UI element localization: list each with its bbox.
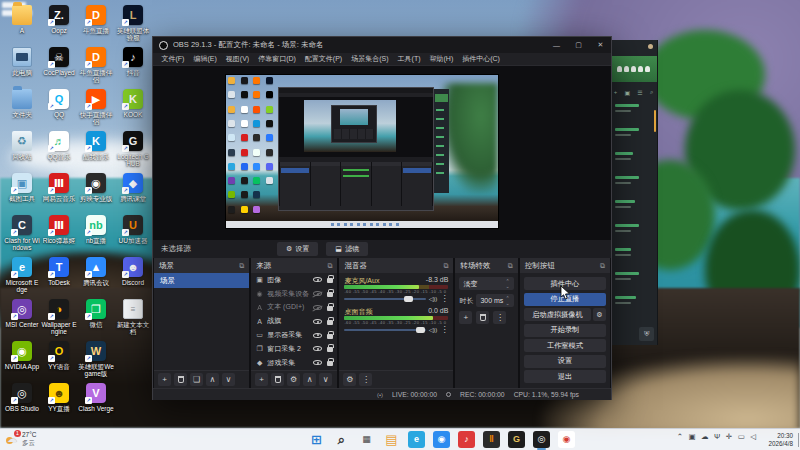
desktop-icon[interactable]: ❐ 微信 [78,299,114,328]
add-scene-button[interactable]: + [158,373,171,386]
app-blue[interactable]: ◉ [433,431,450,448]
scrollbar[interactable] [654,110,656,132]
taskbar-clock[interactable]: 20:30 2026/4/8 [768,432,793,448]
sources-header[interactable]: 来源⧉ [251,258,337,273]
desktop-icon[interactable]: U UU加速器 [115,215,151,244]
mixer-menu-button[interactable]: ⋮ [359,373,372,386]
source-row[interactable]: ❐ 窗口采集 2 [251,342,337,356]
visibility-eye-icon[interactable] [313,291,322,296]
friends-list-window[interactable]: +▣☰⌕ ⛨ [610,40,658,345]
lock-icon[interactable] [327,334,333,339]
desktop-icon[interactable]: e Microsoft Edge [4,257,40,293]
scene-up-button[interactable]: ∧ [206,373,219,386]
minimize-button[interactable]: — [548,38,565,52]
scene-filters-button[interactable]: ❏ [190,373,203,386]
obs-studio[interactable]: ◎ [533,431,550,448]
menu-item[interactable]: 场景集合(S) [347,54,393,64]
shield-icon[interactable]: ⛨ [639,327,654,341]
source-down-button[interactable]: ∨ [319,373,332,386]
desktop-icon[interactable]: Ⅲ 网易云音乐 [41,173,77,202]
desktop-icon[interactable]: ≡ 新建文本文档 [115,299,151,335]
duration-input[interactable]: 300 ms⌃⌄ [476,294,513,307]
transition-menu-button[interactable]: ⋮ [493,311,506,324]
visibility-eye-icon[interactable] [313,346,322,351]
desktop-volume-slider[interactable] [344,326,425,334]
tray-chevron-icon[interactable]: ⌃ [677,432,683,441]
desktop-icon[interactable]: K KOOK [115,89,151,118]
desktop-icon[interactable]: V Clash Verge [78,383,114,412]
volume-icon[interactable]: ◁ [750,432,756,441]
lock-icon[interactable] [327,306,333,311]
source-row[interactable]: A 战旗 [251,314,337,328]
advanced-audio-button[interactable]: ⚙ [343,373,356,386]
obs-titlebar[interactable]: OBS 29.1.3 - 配置文件: 未命名 - 场景: 未命名 — ▢ ✕ [153,37,611,53]
menu-item[interactable]: 工具(T) [393,54,425,64]
source-row[interactable]: ▣ 图像 [251,273,337,287]
menu-item[interactable]: 编辑(E) [189,54,221,64]
spinner-icon[interactable]: ⌃⌄ [506,279,510,289]
netease-music[interactable]: ♪ [458,431,475,448]
scenes-header[interactable]: 场景⧉ [154,258,249,273]
source-filters-button[interactable]: ⬓滤镜 [326,242,368,256]
search-button[interactable]: ⌕ [333,431,350,448]
desktop-icon[interactable]: ♪ 抖音 [115,47,151,76]
ghub[interactable]: G [508,431,525,448]
file-explorer-button[interactable]: ▤ [383,431,400,448]
remove-scene-button[interactable] [174,373,187,386]
mic-volume-slider[interactable] [344,295,425,303]
desktop-icon[interactable]: ◆ 腾讯课堂 [115,173,151,202]
desktop-icon[interactable]: D 斗鱼直播 [78,5,114,34]
menu-item[interactable]: 配置文件(P) [300,54,346,64]
lock-icon[interactable] [327,278,333,283]
scene-down-button[interactable]: ∨ [222,373,235,386]
visibility-eye-icon[interactable] [313,277,322,282]
desktop-icon[interactable]: nb nb直播 [78,215,114,244]
popout-icon[interactable]: ⧉ [508,262,513,270]
remove-source-button[interactable] [271,373,284,386]
menu-item[interactable]: 视图(V) [221,54,253,64]
edge-browser[interactable]: e [408,431,425,448]
desktop-icon[interactable]: ▣ 截图工具 [4,173,40,202]
kebab-menu-icon[interactable]: ⋮ [440,325,448,334]
speaker-icon[interactable]: ◁)) [429,326,438,333]
desktop-icon[interactable]: W 英雄联盟Wegame版 [78,341,114,377]
task-view-button[interactable]: ▦ [358,431,375,448]
desktop-icon[interactable]: T ToDesk [41,257,77,286]
desktop-icon[interactable]: ☠ CocPlayed [41,47,77,76]
menu-item[interactable]: 停靠窗口(D) [254,54,301,64]
desktop-icon[interactable]: ◑ Wallpaper Engine [41,299,77,335]
desktop-icon[interactable]: ◎ MSI Center [4,299,40,328]
desktop-icon[interactable]: ◉ NVIDIA App [4,341,40,370]
app-red-swirl[interactable]: ◉ [558,431,575,448]
popout-icon[interactable]: ⧉ [600,262,605,270]
desktop-icon[interactable]: ☻ YY直播 [41,383,77,412]
visibility-eye-icon[interactable] [313,305,322,310]
source-row[interactable]: ◉ 视频采集设备 [251,287,337,301]
kebab-menu-icon[interactable]: ⋮ [440,294,448,303]
preview-canvas[interactable] [226,75,498,228]
exit-button[interactable]: 退出 [524,370,606,383]
desktop-icon[interactable]: ☻ Discord [115,257,151,286]
source-properties-button[interactable]: ⚙ [287,373,300,386]
source-properties-button[interactable]: ⚙设置 [277,242,318,256]
remove-transition-button[interactable] [476,311,489,324]
desktop-icon[interactable]: ♬ QQ音乐 [41,131,77,160]
desktop-icon[interactable]: A [4,5,40,34]
lock-icon[interactable] [327,361,333,366]
controls-header[interactable]: 控制按钮⧉ [520,258,610,273]
settings-button[interactable]: 设置 [524,355,606,368]
desktop-icon[interactable]: Z. Oopz [41,5,77,34]
add-source-button[interactable]: + [255,373,268,386]
visibility-eye-icon[interactable] [313,360,322,365]
menu-item[interactable]: 文件(F) [157,54,189,64]
source-row[interactable]: ▭ 显示器采集 [251,328,337,342]
desktop-icon[interactable]: Ⅲ Rico弹幕姬 [41,215,77,244]
lock-icon[interactable] [327,347,333,352]
desktop-icon[interactable]: C Clash for Windows [4,215,40,251]
accessibility-icon[interactable]: ✛ [726,432,732,441]
mic-icon[interactable]: Ψ [714,432,720,441]
menu-item[interactable]: 插件中心(C) [458,54,505,64]
app-dark-orange[interactable]: ‖ [483,431,500,448]
desktop-icon[interactable]: O YY语音 [41,341,77,370]
studio-mode-button[interactable]: 工作室模式 [524,339,606,352]
